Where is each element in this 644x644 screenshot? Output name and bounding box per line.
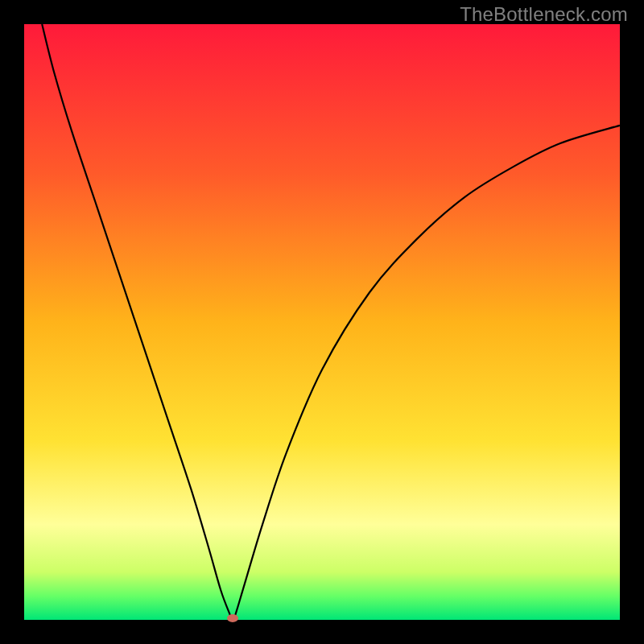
plot-area	[24, 24, 620, 620]
marker-dot-icon	[227, 614, 238, 622]
watermark-label: TheBottleneck.com	[460, 3, 628, 26]
minimum-marker	[227, 614, 238, 622]
chart-frame: TheBottleneck.com	[0, 0, 644, 644]
chart-curve	[24, 24, 620, 620]
